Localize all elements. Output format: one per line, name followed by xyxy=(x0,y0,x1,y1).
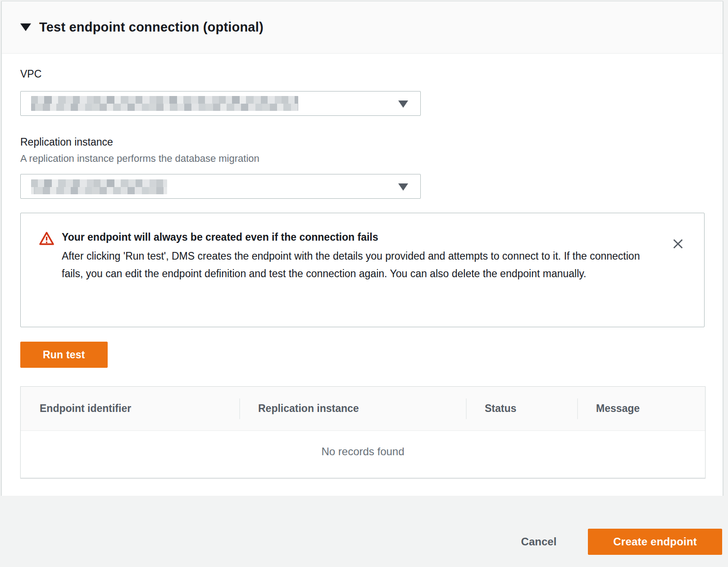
column-header-replication-instance: Replication instance xyxy=(239,387,466,430)
warning-banner: Your endpoint will always be created eve… xyxy=(20,213,705,327)
empty-state-message: No records found xyxy=(321,445,404,458)
vpc-field: VPC xyxy=(20,68,704,116)
replication-instance-description: A replication instance performs the data… xyxy=(20,153,704,165)
warning-title: Your endpoint will always be created eve… xyxy=(62,231,645,243)
table-empty-state: No records found xyxy=(21,431,705,478)
vpc-label: VPC xyxy=(20,68,704,80)
close-icon[interactable] xyxy=(671,237,685,251)
warning-icon xyxy=(39,232,54,247)
table-header-row: Endpoint identifier Replication instance… xyxy=(21,387,705,431)
cancel-button[interactable]: Cancel xyxy=(517,535,561,548)
section-body: VPC Replication instance A replication i… xyxy=(2,54,723,499)
warning-body: After clicking 'Run test', DMS creates t… xyxy=(62,247,645,283)
vpc-redacted-value xyxy=(31,96,298,111)
page: Test endpoint connection (optional) VPC … xyxy=(0,0,728,567)
create-endpoint-button[interactable]: Create endpoint xyxy=(588,529,722,555)
column-header-endpoint-identifier: Endpoint identifier xyxy=(21,387,239,430)
caret-down-icon xyxy=(398,101,408,108)
caret-down-icon xyxy=(20,23,31,31)
column-header-status: Status xyxy=(466,387,577,430)
replication-instance-label: Replication instance xyxy=(20,136,704,148)
warning-text: Your endpoint will always be created eve… xyxy=(62,231,645,283)
test-endpoint-panel: Test endpoint connection (optional) VPC … xyxy=(1,1,723,500)
form-actions-footer: Cancel Create endpoint xyxy=(0,496,728,567)
section-title: Test endpoint connection (optional) xyxy=(39,20,264,35)
replication-instance-redacted-value xyxy=(31,179,167,194)
run-test-button[interactable]: Run test xyxy=(20,342,108,368)
caret-down-icon xyxy=(398,183,408,191)
test-results-table: Endpoint identifier Replication instance… xyxy=(20,386,705,478)
replication-instance-select[interactable] xyxy=(20,174,421,199)
replication-instance-field: Replication instance A replication insta… xyxy=(20,136,704,199)
column-header-message: Message xyxy=(577,387,705,430)
section-header-toggle[interactable]: Test endpoint connection (optional) xyxy=(2,1,723,54)
vpc-select[interactable] xyxy=(20,91,421,116)
